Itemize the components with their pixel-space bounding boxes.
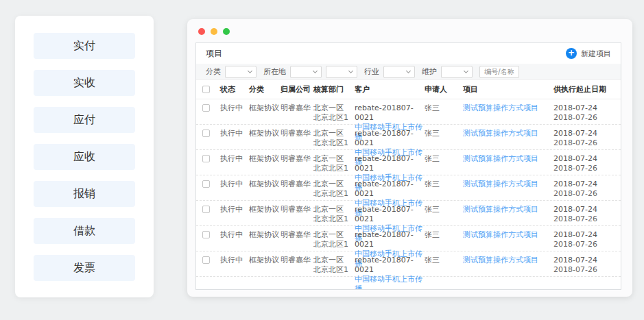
- customer-code: rebate-201807-0021: [355, 180, 425, 199]
- project-link[interactable]: 测试预算操作方式项目: [463, 230, 553, 240]
- company-cell: 明睿嘉华: [281, 129, 313, 138]
- company-cell: 明睿嘉华: [281, 230, 313, 240]
- checkbox-cell: [202, 205, 220, 216]
- table-row: 执行中框架协议明睿嘉华北京一区北京北区1rebate-201807-0021中国…: [196, 251, 621, 277]
- customer-code: rebate-201807-0021: [355, 256, 425, 275]
- company-cell: 明睿嘉华: [281, 103, 313, 113]
- traffic-lights: [198, 28, 230, 35]
- department-line1: 北京一区: [313, 256, 355, 265]
- sidebar-item-5[interactable]: 报销: [34, 181, 135, 207]
- department-cell: 北京一区北京北区1: [313, 154, 355, 173]
- row-checkbox[interactable]: [202, 155, 210, 162]
- keyword-search-input[interactable]: [479, 66, 519, 78]
- location-select-city[interactable]: [326, 66, 357, 78]
- chevron-down-icon: [406, 69, 411, 73]
- row-checkbox[interactable]: [202, 231, 210, 238]
- column-category: 分类: [249, 84, 281, 95]
- date-start: 2018-07-24: [553, 103, 612, 113]
- department-cell: 北京一区北京北区1: [313, 180, 355, 199]
- customer-code: rebate-201807-0021: [355, 129, 425, 148]
- department-line2: 北京北区1: [313, 164, 355, 173]
- row-checkbox[interactable]: [202, 206, 210, 213]
- page-title: 项目: [206, 48, 222, 60]
- table-row: 执行中框架协议明睿嘉华北京一区北京北区1rebate-201807-0021中国…: [196, 175, 621, 201]
- filter-bar: 分类 所在地 行业 维护: [196, 64, 621, 80]
- row-checkbox[interactable]: [202, 256, 210, 264]
- maintenance-select[interactable]: [441, 66, 473, 78]
- status-cell: 执行中: [220, 180, 249, 189]
- column-dates: 供执行起止日期: [553, 84, 612, 95]
- zoom-button[interactable]: [223, 28, 230, 35]
- date-end: 2018-07-26: [553, 240, 612, 249]
- customer-code: rebate-201807-0021: [355, 103, 425, 123]
- department-line2: 北京北区1: [313, 265, 355, 275]
- category-cell: 框架协议: [249, 205, 281, 214]
- category-cell: 框架协议: [249, 103, 281, 113]
- applicant-cell: 张三: [425, 256, 463, 265]
- department-line2: 北京北区1: [313, 189, 355, 199]
- select-all-checkbox[interactable]: [202, 86, 210, 93]
- sidebar-item-4[interactable]: 应收: [34, 144, 135, 170]
- company-cell: 明睿嘉华: [281, 154, 313, 164]
- project-link[interactable]: 测试预算操作方式项目: [463, 154, 553, 164]
- status-cell: 执行中: [220, 129, 249, 138]
- department-line2: 北京北区1: [313, 240, 355, 249]
- project-panel: 项目 + 新建项目 分类 所在地 行业 维护 状态 分类 归属公司 核算部: [195, 42, 621, 290]
- status-cell: 执行中: [220, 205, 249, 214]
- status-cell: 执行中: [220, 154, 249, 164]
- project-link[interactable]: 测试预算操作方式项目: [463, 205, 553, 214]
- location-select-province[interactable]: [290, 66, 322, 78]
- dates-cell: 2018-07-242018-07-26: [553, 103, 612, 123]
- dates-cell: 2018-07-242018-07-26: [553, 154, 612, 173]
- table-row: 执行中框架协议明睿嘉华北京一区北京北区1rebate-201807-0021中国…: [196, 125, 621, 150]
- date-start: 2018-07-24: [553, 180, 612, 189]
- customer-link[interactable]: 中国移动手机上市传播: [355, 275, 425, 289]
- applicant-cell: 张三: [425, 103, 463, 113]
- sidebar-item-1[interactable]: 实付: [34, 33, 135, 59]
- category-select[interactable]: [225, 66, 257, 78]
- date-start: 2018-07-24: [553, 230, 612, 240]
- checkbox-cell: [202, 103, 220, 114]
- department-cell: 北京一区北京北区1: [313, 256, 355, 275]
- new-project-button[interactable]: + 新建项目: [566, 48, 611, 59]
- table-header: 状态 分类 归属公司 核算部门 客户 申请人 项目 供执行起止日期: [196, 80, 621, 99]
- date-end: 2018-07-26: [553, 189, 612, 199]
- dates-cell: 2018-07-242018-07-26: [553, 180, 612, 199]
- header-checkbox-cell: [202, 83, 220, 96]
- column-applicant: 申请人: [425, 84, 463, 95]
- new-project-label: 新建项目: [581, 49, 611, 59]
- customer-code: rebate-201807-0021: [355, 154, 425, 173]
- row-checkbox[interactable]: [202, 130, 210, 137]
- sidebar-buttons: 实付实收应付应收报销借款发票: [15, 33, 154, 281]
- project-link[interactable]: 测试预算操作方式项目: [463, 103, 553, 113]
- applicant-cell: 张三: [425, 154, 463, 164]
- industry-select[interactable]: [383, 66, 415, 78]
- close-button[interactable]: [198, 28, 205, 35]
- table-row: 执行中框架协议明睿嘉华北京一区北京北区1rebate-201807-0021中国…: [196, 99, 621, 125]
- checkbox-cell: [202, 180, 220, 190]
- dates-cell: 2018-07-242018-07-26: [553, 256, 612, 275]
- maintenance-filter-label: 维护: [422, 66, 437, 77]
- dates-cell: 2018-07-242018-07-26: [553, 230, 612, 249]
- dates-cell: 2018-07-242018-07-26: [553, 129, 612, 148]
- column-status: 状态: [220, 84, 249, 95]
- company-cell: 明睿嘉华: [281, 256, 313, 265]
- project-link[interactable]: 测试预算操作方式项目: [463, 180, 553, 189]
- project-link[interactable]: 测试预算操作方式项目: [463, 256, 553, 265]
- table-row: 执行中框架协议明睿嘉华北京一区北京北区1rebate-201807-0021中国…: [196, 201, 621, 226]
- applicant-cell: 张三: [425, 230, 463, 240]
- row-checkbox[interactable]: [202, 180, 210, 188]
- department-line1: 北京一区: [313, 205, 355, 214]
- row-checkbox[interactable]: [202, 104, 210, 112]
- sidebar-item-3[interactable]: 应付: [34, 107, 135, 133]
- minimize-button[interactable]: [211, 28, 217, 35]
- sidebar-item-2[interactable]: 实收: [34, 70, 135, 96]
- sidebar-item-7[interactable]: 发票: [34, 255, 135, 281]
- main-window: 项目 + 新建项目 分类 所在地 行业 维护 状态 分类 归属公司 核算部: [187, 19, 632, 297]
- column-customer: 客户: [355, 84, 425, 95]
- plus-icon: +: [566, 48, 577, 59]
- project-link[interactable]: 测试预算操作方式项目: [463, 129, 553, 138]
- sidebar-item-6[interactable]: 借款: [34, 218, 135, 244]
- category-cell: 框架协议: [249, 129, 281, 138]
- date-start: 2018-07-24: [553, 256, 612, 265]
